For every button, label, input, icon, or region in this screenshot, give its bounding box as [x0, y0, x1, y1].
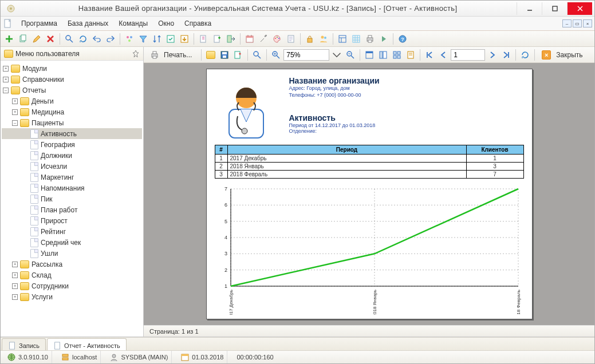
close-report-button[interactable]: × Закрыть — [538, 49, 589, 61]
menu-help[interactable]: Справка — [180, 18, 216, 29]
report-viewport[interactable]: Название организации Адрес: Город, улица… — [144, 63, 594, 325]
help-button[interactable]: ? — [396, 33, 409, 45]
menu-commands[interactable]: Команды — [114, 18, 152, 29]
notes-button[interactable] — [285, 33, 297, 45]
save-button[interactable] — [218, 49, 231, 61]
maximize-button[interactable] — [542, 2, 567, 15]
tree-item-avgcheck[interactable]: Средний чек — [2, 237, 142, 248]
print-icon-button[interactable] — [364, 33, 376, 45]
page-input[interactable] — [451, 49, 485, 61]
group-button[interactable] — [123, 33, 136, 45]
mdi-minimize-button[interactable]: – — [562, 19, 572, 27]
export-button[interactable] — [164, 33, 177, 45]
svg-text:2: 2 — [224, 267, 227, 273]
tree-item-marketing[interactable]: Маркетинг — [2, 172, 142, 183]
tree-item-rating[interactable]: Рейтинг — [2, 226, 142, 237]
next-page-button[interactable] — [486, 49, 499, 61]
expand-icon[interactable]: + — [3, 66, 9, 72]
zoom-input[interactable] — [283, 49, 329, 61]
sidebar-title: Меню пользователя — [15, 50, 80, 58]
calendar-button[interactable] — [243, 33, 256, 45]
minimize-button[interactable] — [517, 2, 542, 15]
tree-item-reminders[interactable]: Напоминания — [2, 183, 142, 193]
tree-item-mailing[interactable]: +Рассылка — [2, 259, 142, 270]
search-button[interactable] — [63, 33, 76, 45]
tree-item-workplan[interactable]: План работ — [2, 204, 142, 215]
menu-database[interactable]: База данных — [63, 18, 113, 29]
fullscreen-button[interactable] — [363, 49, 376, 61]
reload-report-button[interactable] — [519, 49, 531, 61]
docs-button[interactable] — [197, 33, 210, 45]
tree-item-growth[interactable]: Прирост — [2, 215, 142, 226]
tree-item-money[interactable]: +Деньги — [2, 96, 142, 106]
export-report-button[interactable] — [232, 49, 245, 61]
users-button[interactable] — [317, 33, 330, 45]
tree-item-left[interactable]: Ушли — [2, 248, 142, 259]
view-thumbs-button[interactable] — [391, 49, 403, 61]
zoom-tool-button[interactable] — [270, 49, 282, 61]
tab-report[interactable]: Отчет - Активность — [47, 338, 127, 350]
collapse-icon[interactable]: – — [12, 120, 18, 126]
tree-item-reports[interactable]: –Отчеты — [2, 85, 142, 96]
expand-icon[interactable]: + — [12, 283, 18, 289]
zoom-out-button[interactable] — [344, 49, 357, 61]
refresh-button[interactable] — [77, 33, 89, 45]
svg-text:6: 6 — [224, 202, 227, 208]
filter-button[interactable] — [137, 33, 149, 45]
tree-item-modules[interactable]: +Модули — [2, 63, 142, 74]
open-folder-button[interactable] — [204, 49, 217, 61]
tree-item-geography[interactable]: География — [2, 139, 142, 150]
zoom-dropdown[interactable] — [330, 49, 343, 61]
close-button[interactable] — [567, 2, 592, 15]
find-button[interactable] — [251, 49, 263, 61]
view-outline-button[interactable] — [377, 49, 389, 61]
prev-page-button[interactable] — [437, 49, 450, 61]
collapse-icon[interactable]: – — [3, 88, 9, 93]
last-page-button[interactable] — [500, 49, 513, 61]
tree-item-staff[interactable]: +Сотрудники — [2, 280, 142, 291]
expand-icon[interactable]: + — [3, 77, 9, 82]
tree-item-activity[interactable]: Активность — [2, 128, 142, 139]
edit-button[interactable] — [30, 33, 43, 45]
expand-icon[interactable]: + — [12, 109, 18, 115]
tree-item-refs[interactable]: +Справочники — [2, 74, 142, 85]
import-button[interactable] — [178, 33, 191, 45]
sort-button[interactable] — [151, 33, 163, 45]
tab-record[interactable]: Запись — [2, 338, 46, 350]
page-setup-button[interactable] — [404, 49, 417, 61]
expand-icon[interactable]: + — [12, 294, 18, 300]
redo-button[interactable] — [104, 33, 117, 45]
tree-item-peak[interactable]: Пик — [2, 193, 142, 204]
mdi-close-button[interactable]: × — [583, 19, 592, 27]
menu-program[interactable]: Программа — [17, 18, 62, 29]
mdi-restore-button[interactable]: ▭ — [573, 19, 582, 27]
tree-item-debtors[interactable]: Должники — [2, 150, 142, 161]
undo-button[interactable] — [90, 33, 103, 45]
menu-window[interactable]: Окно — [153, 18, 179, 29]
expand-icon[interactable]: + — [12, 262, 18, 267]
th-num: # — [215, 145, 227, 155]
expand-icon[interactable]: + — [12, 98, 18, 104]
grid-button[interactable] — [350, 33, 362, 45]
tree-item-patients[interactable]: –Пациенты — [2, 117, 142, 128]
layout-button[interactable] — [336, 33, 349, 45]
tools-button[interactable] — [257, 33, 270, 45]
copy-button[interactable] — [17, 33, 29, 45]
exit-button[interactable] — [224, 33, 237, 45]
tree-item-warehouse[interactable]: +Склад — [2, 270, 142, 280]
print-button[interactable]: Печать... — [146, 49, 198, 61]
expand-icon[interactable]: + — [12, 272, 18, 278]
lock-button[interactable] — [304, 33, 316, 45]
new-doc-button[interactable] — [211, 33, 223, 45]
calendar-icon — [181, 353, 189, 361]
first-page-button[interactable] — [423, 49, 436, 61]
tree-item-disappeared[interactable]: Исчезли — [2, 161, 142, 172]
tree-item-services[interactable]: +Услуги — [2, 291, 142, 302]
delete-button[interactable] — [44, 33, 57, 45]
tree-label: Медицина — [31, 108, 64, 116]
tree-item-medicine[interactable]: +Медицина — [2, 106, 142, 117]
next-rec-button[interactable] — [377, 33, 390, 45]
add-button[interactable] — [3, 33, 15, 45]
pin-icon[interactable] — [132, 50, 140, 58]
palette-button[interactable] — [271, 33, 283, 45]
